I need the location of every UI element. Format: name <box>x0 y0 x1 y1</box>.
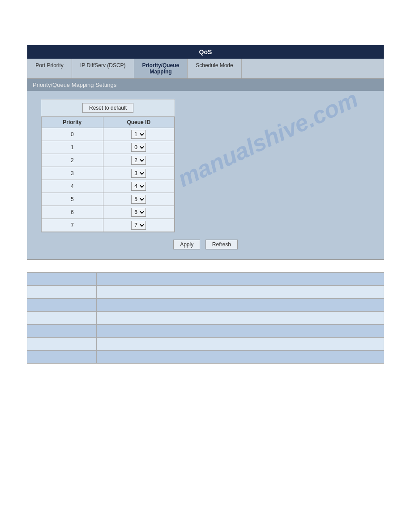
priority-cell-5: 5 <box>42 193 103 206</box>
queue-cell-2[interactable]: 01234567 <box>103 154 174 167</box>
queue-cell-1[interactable]: 01234567 <box>103 141 174 154</box>
section-header: Priority/Queue Mapping Settings <box>27 79 384 91</box>
tab-ip-diffserv[interactable]: IP DiffServ (DSCP) <box>72 59 134 78</box>
bottom-cell-3-0 <box>27 312 97 325</box>
bottom-cell-2-1 <box>97 299 384 312</box>
tabs-row: Port Priority IP DiffServ (DSCP) Priorit… <box>27 59 384 79</box>
queue-select-7[interactable]: 01234567 <box>131 221 146 230</box>
priority-cell-0: 0 <box>42 128 103 141</box>
mapping-table: Priority Queue ID 0012345671012345672012… <box>41 116 175 232</box>
inner-table: Reset to default Priority Queue ID 00123… <box>41 99 175 232</box>
tab-priority-queue[interactable]: Priority/QueueMapping <box>134 59 188 78</box>
queue-select-0[interactable]: 01234567 <box>131 130 146 139</box>
priority-cell-4: 4 <box>42 180 103 193</box>
qos-title: QoS <box>27 45 384 59</box>
queue-select-6[interactable]: 01234567 <box>131 208 146 217</box>
queue-select-2[interactable]: 01234567 <box>131 156 146 165</box>
tab-schedule-mode[interactable]: Schedule Mode <box>188 59 241 78</box>
bottom-cell-0-0 <box>27 273 97 286</box>
queue-cell-0[interactable]: 01234567 <box>103 128 174 141</box>
refresh-button[interactable]: Refresh <box>206 240 238 249</box>
bottom-cell-6-0 <box>27 351 97 364</box>
bottom-cell-5-1 <box>97 338 384 351</box>
bottom-cell-3-1 <box>97 312 384 325</box>
queue-select-1[interactable]: 01234567 <box>131 143 146 152</box>
queue-cell-6[interactable]: 01234567 <box>103 206 174 219</box>
priority-cell-1: 1 <box>42 141 103 154</box>
bottom-cell-4-0 <box>27 325 97 338</box>
action-row: Apply Refresh <box>41 240 370 249</box>
apply-button[interactable]: Apply <box>173 240 200 249</box>
bottom-table <box>27 272 384 364</box>
qos-panel: QoS Port Priority IP DiffServ (DSCP) Pri… <box>27 45 384 260</box>
queue-select-3[interactable]: 01234567 <box>131 169 146 178</box>
priority-cell-3: 3 <box>42 167 103 180</box>
queue-cell-7[interactable]: 01234567 <box>103 219 174 232</box>
queue-cell-5[interactable]: 01234567 <box>103 193 174 206</box>
col-priority-header: Priority <box>42 117 103 128</box>
reset-to-default-button[interactable]: Reset to default <box>82 103 133 113</box>
col-queue-header: Queue ID <box>103 117 174 128</box>
bottom-cell-0-1 <box>97 273 384 286</box>
priority-cell-6: 6 <box>42 206 103 219</box>
queue-cell-3[interactable]: 01234567 <box>103 167 174 180</box>
bottom-cell-1-0 <box>27 286 97 299</box>
queue-select-5[interactable]: 01234567 <box>131 195 146 204</box>
bottom-cell-1-1 <box>97 286 384 299</box>
priority-cell-2: 2 <box>42 154 103 167</box>
bottom-cell-5-0 <box>27 338 97 351</box>
reset-row: Reset to default <box>41 99 175 116</box>
tab-port-priority[interactable]: Port Priority <box>27 59 72 78</box>
settings-body: Reset to default Priority Queue ID 00123… <box>27 91 384 259</box>
queue-select-4[interactable]: 01234567 <box>131 182 146 191</box>
priority-cell-7: 7 <box>42 219 103 232</box>
bottom-cell-2-0 <box>27 299 97 312</box>
queue-cell-4[interactable]: 01234567 <box>103 180 174 193</box>
bottom-cell-6-1 <box>97 351 384 364</box>
bottom-cell-4-1 <box>97 325 384 338</box>
